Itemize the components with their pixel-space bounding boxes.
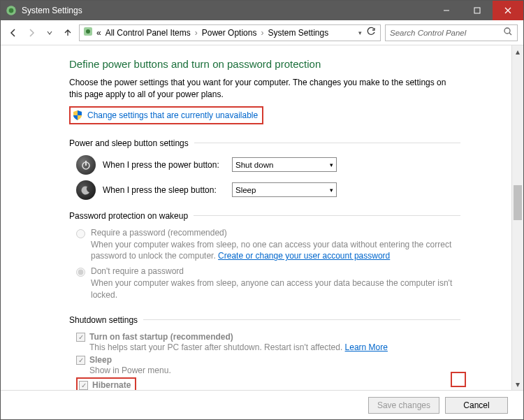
checkbox-label: Turn on fast startup (recommended) <box>89 332 467 342</box>
chevron-right-icon: › <box>261 28 263 38</box>
section-header-label: Password protection on wakeup <box>69 211 188 221</box>
power-button-row: When I press the power button: Shut down… <box>76 155 511 175</box>
svg-line-9 <box>509 33 511 35</box>
power-button-label: When I press the power button: <box>103 160 225 170</box>
checkbox-label: Hibernate <box>92 380 131 390</box>
scroll-down-icon[interactable]: ▾ <box>512 378 523 390</box>
breadcrumb-seg[interactable]: Power Options <box>201 27 259 39</box>
svg-point-7 <box>86 29 90 34</box>
breadcrumb-sep-icon: « <box>96 28 101 38</box>
footer: Save changes Cancel <box>1 390 523 419</box>
shield-icon <box>72 110 83 121</box>
scroll-up-icon[interactable]: ▴ <box>512 45 523 57</box>
sleep-button-dropdown[interactable]: Sleep ▾ <box>232 182 337 197</box>
page-description: Choose the power settings that you want … <box>69 77 446 101</box>
dropdown-value: Shut down <box>235 161 273 169</box>
chevron-down-icon: ▾ <box>330 187 333 194</box>
section-header: Password protection on wakeup <box>69 211 460 221</box>
page-title: Define power buttons and turn on passwor… <box>69 58 511 70</box>
sleep-button-row: When I press the sleep button: Sleep ▾ <box>76 180 511 200</box>
search-placeholder: Search Control Panel <box>390 29 503 37</box>
navbar: « All Control Panel Items › Power Option… <box>1 20 523 45</box>
section-header-label: Shutdown settings <box>69 315 138 325</box>
change-settings-label: Change settings that are currently unava… <box>87 110 258 120</box>
app-icon <box>5 4 17 17</box>
save-button[interactable]: Save changes <box>368 397 439 414</box>
chevron-down-icon: ▾ <box>330 161 333 168</box>
window-title: System Settings <box>22 6 431 15</box>
up-button[interactable] <box>61 26 75 40</box>
forward-button[interactable] <box>24 26 38 40</box>
minimize-button[interactable] <box>431 1 462 20</box>
svg-point-1 <box>9 8 14 13</box>
radio-description: When your computer wakes from sleep, any… <box>91 277 467 301</box>
address-bar[interactable]: « All Control Panel Items › Power Option… <box>79 24 381 41</box>
learn-more-link[interactable]: Learn More <box>345 342 388 352</box>
scrollbar-thumb[interactable] <box>514 185 522 220</box>
radio-description: When your computer wakes from sleep, no … <box>91 239 467 263</box>
checkbox-label: Sleep <box>89 355 467 365</box>
moon-icon <box>76 180 96 200</box>
refresh-icon[interactable] <box>366 27 376 38</box>
svg-point-8 <box>504 28 510 34</box>
checkbox-icon[interactable] <box>79 381 88 390</box>
titlebar: System Settings <box>1 1 523 20</box>
scrollbar[interactable]: ▴ ▾ <box>511 45 523 390</box>
sleep-checkbox[interactable]: Sleep Show in Power menu. <box>76 355 467 377</box>
account-password-link[interactable]: Create or change your user account passw… <box>218 251 390 261</box>
maximize-button[interactable] <box>462 1 493 20</box>
dropdown-value: Sleep <box>235 186 256 194</box>
change-settings-link[interactable]: Change settings that are currently unava… <box>69 106 263 124</box>
checkbox-icon[interactable] <box>76 356 85 365</box>
control-panel-icon <box>82 26 94 39</box>
cancel-button[interactable]: Cancel <box>445 397 508 414</box>
breadcrumb: All Control Panel Items › Power Options … <box>104 27 356 39</box>
section-header: Shutdown settings <box>69 315 460 325</box>
hibernate-checkbox[interactable]: Hibernate <box>76 377 136 390</box>
back-button[interactable] <box>6 26 20 40</box>
power-icon <box>76 155 96 175</box>
radio-input[interactable] <box>76 229 85 238</box>
section-header-label: Power and sleep button settings <box>69 138 189 148</box>
require-password-radio[interactable]: Require a password (recommended) When yo… <box>76 228 467 263</box>
breadcrumb-seg[interactable]: System Settings <box>266 27 330 39</box>
checkbox-description: Show in Power menu. <box>89 365 467 377</box>
radio-label: Don't require a password <box>91 266 467 276</box>
address-dropdown-icon[interactable]: ▾ <box>358 29 362 36</box>
checkbox-description: This helps start your PC faster after sh… <box>89 342 467 354</box>
highlight-marker <box>451 372 466 387</box>
chevron-right-icon: › <box>195 28 198 38</box>
close-button[interactable] <box>493 1 523 20</box>
content-area: Define power buttons and turn on passwor… <box>1 45 523 390</box>
recent-dropdown[interactable] <box>43 26 57 40</box>
radio-label: Require a password (recommended) <box>91 228 467 238</box>
svg-rect-3 <box>474 8 480 13</box>
search-icon <box>503 27 513 38</box>
radio-input[interactable] <box>76 268 85 277</box>
window: System Settings « All Control Panel Item… <box>0 0 524 420</box>
checkbox-icon[interactable] <box>76 333 85 342</box>
breadcrumb-seg[interactable]: All Control Panel Items <box>104 27 192 39</box>
power-button-dropdown[interactable]: Shut down ▾ <box>232 157 337 172</box>
no-password-radio[interactable]: Don't require a password When your compu… <box>76 266 467 301</box>
sleep-button-label: When I press the sleep button: <box>103 185 225 195</box>
section-header: Power and sleep button settings <box>69 138 460 148</box>
fast-startup-checkbox[interactable]: Turn on fast startup (recommended) This … <box>76 332 467 354</box>
search-input[interactable]: Search Control Panel <box>385 24 518 41</box>
